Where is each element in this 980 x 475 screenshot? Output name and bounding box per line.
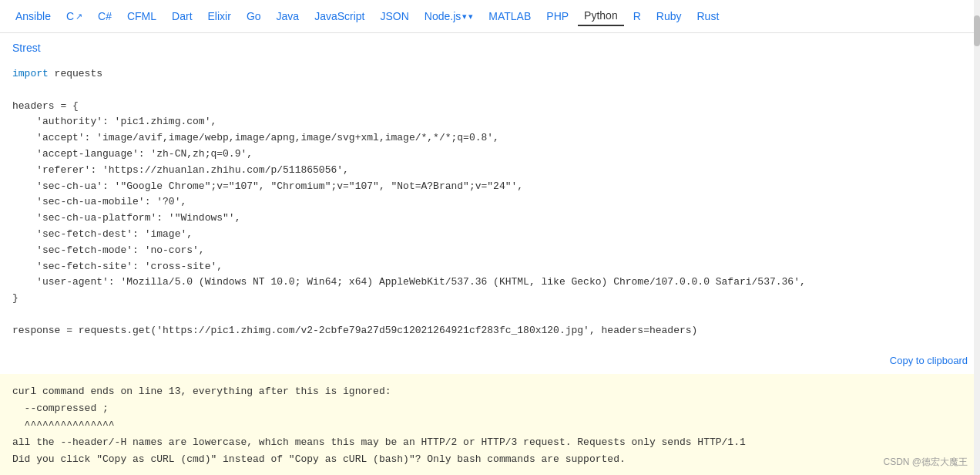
nav-item-php[interactable]: PHP [540, 7, 575, 25]
external-link-icon: ↗ [76, 12, 82, 22]
nav-item-label: Ruby [656, 10, 682, 22]
scrollbar-thumb[interactable] [974, 15, 980, 46]
nav-item-label: Rust [697, 10, 720, 22]
code-container: import requests headers = { 'authority':… [12, 63, 968, 342]
nav-item-label: PHP [546, 10, 569, 22]
nav-item-cfml[interactable]: CFML [121, 7, 163, 25]
nav-item-matlab[interactable]: MATLAB [482, 7, 537, 25]
footer-brand: CSDN @德宏大魔王 [883, 456, 968, 469]
warning-text: curl command ends on line 13, everything… [12, 386, 746, 465]
nav-item-r[interactable]: R [627, 7, 647, 25]
nav-item-go[interactable]: Go [240, 7, 267, 25]
copy-area: Copy to clipboard [0, 350, 980, 371]
nav-item-ansible[interactable]: Ansible [9, 7, 57, 25]
nav-item-label: CFML [127, 10, 156, 22]
nav-item-label: Elixir [208, 10, 231, 22]
nav-item-label: MATLAB [488, 10, 531, 22]
strest-link[interactable]: Strest [12, 42, 41, 54]
nav-item-dart[interactable]: Dart [166, 7, 198, 25]
nav-item-label: JSON [381, 10, 409, 22]
chevron-down-icon: ▾ [462, 12, 467, 22]
nav-item-c[interactable]: C# [92, 7, 118, 25]
nav-item-label: Python [584, 9, 618, 22]
nav-item-label: Dart [172, 10, 192, 22]
content-area: Strest import requests headers = { 'auth… [0, 33, 980, 350]
scrollbar[interactable] [974, 0, 980, 475]
copy-to-clipboard-button[interactable]: Copy to clipboard [890, 355, 968, 366]
nav-item-python[interactable]: Python [578, 6, 624, 26]
nav-item-c[interactable]: C↗ [60, 7, 89, 25]
nav-item-rust[interactable]: Rust [691, 7, 726, 25]
nav-item-label: Node.js [425, 10, 461, 22]
nav-item-label: Ansible [15, 10, 51, 22]
nav-item-label: R [633, 10, 641, 22]
nav-item-label: Go [247, 10, 261, 22]
nav-item-java[interactable]: Java [270, 7, 306, 25]
nav-item-label: C# [98, 10, 112, 22]
nav-item-ruby[interactable]: Ruby [650, 7, 688, 25]
nav-item-elixir[interactable]: Elixir [202, 7, 237, 25]
warning-box: curl command ends on line 13, everything… [0, 374, 980, 475]
nav-item-nodejs[interactable]: Node.js ▾ [418, 7, 479, 25]
nav-item-label: JavaScript [314, 10, 364, 22]
nav-item-javascript[interactable]: JavaScript [308, 7, 371, 25]
nav-item-label: C [66, 10, 74, 22]
nav-bar: AnsibleC↗C#CFMLDartElixirGoJavaJavaScrip… [0, 0, 980, 33]
nav-item-label: Java [277, 10, 300, 22]
nav-item-json[interactable]: JSON [374, 7, 415, 25]
import-keyword: import [12, 68, 49, 79]
code-block: import requests headers = { 'authority':… [12, 63, 968, 342]
